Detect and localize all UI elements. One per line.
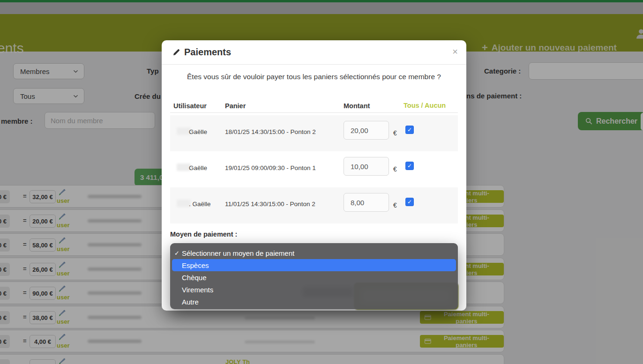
paiements-modal: Paiements × Êtes vous sûr de vouloir pay… bbox=[162, 40, 466, 311]
table-header-divider bbox=[170, 112, 458, 113]
row-montant-input[interactable] bbox=[344, 121, 389, 140]
modal-basket-row: Gaëlle19/01/25 09:00/09:30 - Ponton 1€✓ bbox=[170, 151, 458, 187]
payment-option[interactable]: Autre bbox=[172, 296, 456, 308]
selected-check-icon: ✓ bbox=[174, 250, 179, 257]
payment-option-label: Virements bbox=[182, 286, 213, 294]
row-checkbox[interactable]: ✓ bbox=[405, 126, 414, 134]
row-user-name: . Gaëlle bbox=[189, 201, 211, 208]
row-montant-input[interactable] bbox=[344, 193, 389, 212]
row-currency: € bbox=[393, 165, 397, 173]
screen: ents ⚙⚙ Config + Ajouter un nouveau paie… bbox=[0, 0, 643, 364]
payment-option-label: Sélectionner un moyen de paiement bbox=[182, 249, 294, 257]
select-all-toggle[interactable]: Tous / Aucun bbox=[404, 102, 446, 109]
close-icon[interactable]: × bbox=[452, 47, 458, 56]
modal-basket-row: Gaëlle18/01/25 14:30/15:00 - Ponton 2€✓ bbox=[170, 115, 458, 151]
col-header-panier: Panier bbox=[225, 102, 246, 110]
row-panier-text: 11/01/25 14:30/15:00 - Ponton 2 bbox=[225, 201, 315, 208]
pencil-icon bbox=[173, 49, 180, 56]
col-header-utilisateur: Utilisateur bbox=[173, 102, 207, 110]
payment-option-label: Autre bbox=[182, 298, 199, 306]
row-user-name: Gaëlle bbox=[189, 128, 207, 135]
col-header-montant: Montant bbox=[344, 102, 370, 110]
row-currency: € bbox=[393, 129, 397, 137]
moyen-paiement-label: Moyen de paiement : bbox=[170, 230, 237, 238]
payment-option-label: Chèque bbox=[182, 274, 207, 282]
modal-title-text: Paiements bbox=[184, 47, 231, 58]
row-checkbox[interactable]: ✓ bbox=[405, 198, 414, 206]
payment-option[interactable]: Chèque bbox=[172, 271, 456, 283]
row-montant-input[interactable] bbox=[344, 157, 389, 176]
payment-option[interactable]: ✓Sélectionner un moyen de paiement bbox=[172, 247, 456, 259]
row-currency: € bbox=[393, 201, 397, 209]
modal-title: Paiements bbox=[173, 47, 231, 58]
row-panier-text: 18/01/25 14:30/15:00 - Ponton 2 bbox=[225, 128, 316, 135]
modal-basket-row: . Gaëlle11/01/25 14:30/15:00 - Ponton 2€… bbox=[170, 187, 458, 223]
payment-option-label: Espèces bbox=[182, 261, 209, 269]
payment-method-dropdown: ✓Sélectionner un moyen de paiementEspèce… bbox=[170, 243, 458, 309]
modal-header: Paiements × bbox=[162, 40, 466, 65]
payment-option[interactable]: Virements bbox=[172, 283, 456, 296]
confirm-message: Êtes vous sûr de vouloir payer tous les … bbox=[162, 73, 466, 81]
row-panier-text: 19/01/25 09:00/09:30 - Ponton 1 bbox=[225, 164, 316, 171]
row-user-name: Gaëlle bbox=[189, 164, 207, 171]
payment-option[interactable]: Espèces bbox=[172, 259, 456, 271]
row-checkbox[interactable]: ✓ bbox=[405, 162, 414, 170]
